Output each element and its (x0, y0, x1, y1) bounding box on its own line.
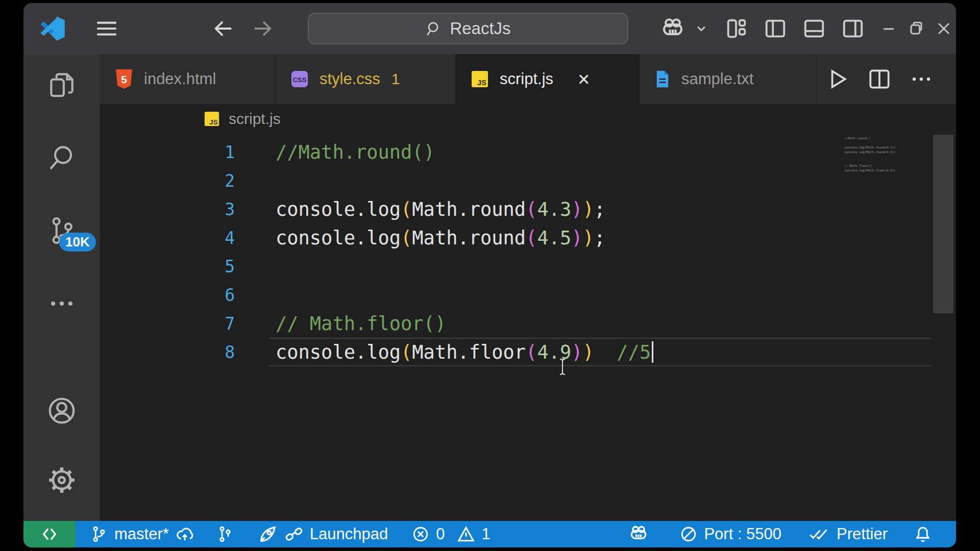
line-number: 5 (100, 257, 235, 277)
vertical-scrollbar[interactable] (933, 135, 953, 313)
toggle-primary-sidebar-icon[interactable] (761, 14, 790, 43)
more-views-icon[interactable] (23, 287, 100, 320)
code-line-2[interactable]: 2 (100, 166, 956, 195)
search-text: ReactJs (450, 19, 510, 38)
link-icon (284, 524, 304, 544)
code-line-6[interactable]: 6 (100, 281, 956, 309)
chevron-down-icon[interactable] (694, 21, 709, 36)
source-control-icon[interactable]: 10K (23, 214, 100, 247)
account-icon[interactable] (23, 394, 100, 427)
line-number: 1 (100, 142, 235, 162)
code-line-7[interactable]: 7// Math.floor() (100, 309, 956, 338)
css-icon: CSS (291, 70, 308, 88)
html5-icon: 5 (115, 69, 133, 89)
back-arrow-icon[interactable] (210, 15, 237, 42)
tab-script-js[interactable]: JS script.js × (456, 54, 640, 104)
branch-name: master* (114, 525, 169, 543)
tab-index-html[interactable]: 5 index.html (100, 54, 276, 104)
code-line-8[interactable]: 8console.log(Math.floor(4.9)) //5 (100, 338, 956, 366)
minimize-button[interactable] (876, 16, 901, 41)
code-line-4[interactable]: 4console.log(Math.round(4.5)); (100, 223, 956, 252)
warnings-icon (456, 524, 476, 544)
svg-text:JS: JS (477, 78, 486, 87)
line-number: 3 (100, 199, 235, 219)
toggle-secondary-sidebar-icon[interactable] (839, 14, 867, 43)
close-window-button[interactable] (932, 16, 956, 41)
breadcrumb-file: script.js (229, 110, 281, 128)
search-icon (425, 20, 443, 37)
copilot-icon[interactable] (658, 15, 688, 42)
restore-button[interactable] (904, 16, 928, 41)
search-sidebar-icon[interactable] (23, 141, 100, 174)
run-file-icon[interactable] (823, 65, 852, 93)
js-icon: JS (471, 70, 488, 88)
line-number: 6 (100, 285, 235, 305)
line-number: 7 (100, 314, 235, 334)
notifications-bell[interactable] (913, 524, 933, 544)
tab-label: script.js (500, 70, 553, 88)
line-number: 4 (100, 228, 235, 248)
txt-file-icon (655, 70, 670, 88)
code-line-3[interactable]: 3console.log(Math.round(4.3)); (100, 195, 956, 223)
tab-style-css[interactable]: CSS style.css 1 (276, 54, 456, 104)
bell-icon (913, 524, 933, 544)
toggle-panel-icon[interactable] (800, 14, 828, 43)
live-server-port-status[interactable]: Port : 5500 (679, 525, 781, 543)
error-count: 0 (436, 525, 445, 543)
no-entry-icon (679, 525, 698, 543)
status-bar: master* Launchpad (23, 521, 956, 547)
code-line-5[interactable]: 5 (100, 252, 956, 281)
source-control-graph-status[interactable] (216, 525, 234, 543)
tab-label: index.html (144, 70, 216, 88)
split-editor-icon[interactable] (865, 65, 894, 93)
errors-icon (411, 525, 430, 543)
svg-text:CSS: CSS (293, 76, 307, 84)
prettier-label: Prettier (837, 525, 888, 543)
js-icon: JS (204, 111, 219, 127)
forward-arrow-icon[interactable] (249, 15, 276, 42)
remote-indicator[interactable] (23, 521, 76, 547)
customize-layout-icon[interactable] (722, 14, 751, 43)
copilot-status[interactable] (627, 524, 650, 544)
problems-status[interactable]: 0 1 (411, 524, 491, 544)
code-editor[interactable]: JS script.js 1//Math.round()23console.lo… (100, 104, 956, 521)
publish-cloud-icon (175, 524, 194, 544)
line-number: 2 (100, 171, 235, 191)
command-center-search[interactable]: ReactJs (308, 13, 628, 44)
minimap[interactable]: //Math.round() console.log(Math.round(4.… (844, 136, 895, 192)
title-bar: ReactJs (23, 3, 956, 54)
vscode-window: ReactJs (23, 3, 956, 547)
rocket-icon (258, 524, 278, 544)
tab-bar: 5 index.html CSS style.css 1 JS (100, 54, 956, 104)
vscode-logo-icon (39, 15, 66, 42)
launchpad-status[interactable]: Launchpad (258, 524, 388, 544)
port-label: Port : 5500 (704, 525, 781, 543)
git-branch-icon (90, 525, 108, 543)
more-actions-icon[interactable] (907, 65, 936, 93)
settings-gear-icon[interactable] (23, 464, 100, 496)
explorer-icon[interactable] (23, 68, 100, 101)
tab-sample-txt[interactable]: sample.txt (640, 54, 817, 104)
prettier-status[interactable]: Prettier (808, 525, 888, 543)
code-lines: 1//Math.round()23console.log(Math.round(… (100, 138, 956, 366)
line-number: 8 (100, 342, 235, 362)
double-check-icon (808, 525, 830, 543)
text-cursor (652, 341, 653, 363)
tab-problem-badge: 1 (391, 70, 400, 88)
scm-count-badge: 10K (59, 233, 96, 252)
warning-count: 1 (482, 525, 491, 543)
tab-label: sample.txt (681, 70, 753, 88)
svg-text:JS: JS (209, 118, 217, 126)
launchpad-label: Launchpad (310, 525, 388, 543)
breadcrumb[interactable]: JS script.js (100, 104, 956, 134)
activity-bar: 10K (23, 54, 100, 521)
mouse-text-cursor (557, 358, 568, 375)
menu-icon[interactable] (93, 15, 120, 42)
tab-label: style.css (320, 70, 380, 88)
code-line-1[interactable]: 1//Math.round() (100, 138, 956, 166)
git-branch-status[interactable]: master* (90, 524, 194, 544)
tab-close-icon[interactable]: × (578, 69, 590, 89)
svg-text:5: 5 (121, 73, 127, 85)
